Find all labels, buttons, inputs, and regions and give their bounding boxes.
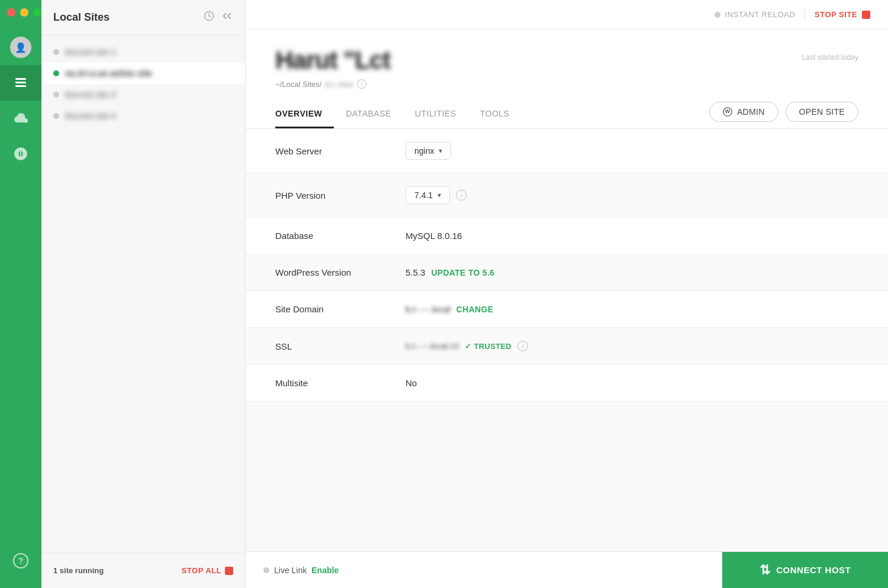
list-item[interactable]: blurred-site-1 (41, 41, 245, 63)
help-icon: ? (13, 553, 28, 568)
avatar: 👤 (10, 37, 31, 58)
trusted-label: TRUSTED (474, 342, 512, 351)
ssl-info-icon[interactable]: i (517, 341, 528, 351)
ssl-trusted-badge: ✓ TRUSTED (465, 342, 511, 351)
domain-label: Site Domain (275, 304, 406, 314)
sites-panel-title: Local Sites (53, 11, 110, 24)
webserver-label: Web Server (275, 146, 406, 156)
top-bar: INSTANT RELOAD STOP SITE (246, 0, 888, 30)
site-header: Harut "Lct ~/Local Sites/ b.t-.lntur i L… (246, 30, 888, 89)
path-value: b.t-.lntur (325, 80, 353, 89)
collapse-icon[interactable] (223, 11, 233, 24)
ssl-value: b.t-.---.local.crt ✓ TRUSTED i (406, 341, 528, 351)
site-name: blurred-site-3 (65, 90, 117, 99)
cloud-icon (13, 112, 28, 124)
site-name: nu.tri-n.ue active site (65, 69, 152, 78)
last-started: Last started today (802, 53, 858, 62)
svg-text:W: W (725, 108, 731, 114)
sidebar-item-avatar[interactable]: 👤 (0, 30, 41, 65)
php-version-selected: 7.4.1 (414, 190, 433, 200)
wp-update-link[interactable]: UPDATE TO 5.6 (431, 268, 494, 277)
database-text: MySQL 8.0.16 (406, 231, 462, 241)
php-info-icon[interactable]: i (456, 190, 466, 201)
wp-admin-icon: W (723, 107, 732, 117)
overview-row-ssl: SSL b.t-.---.local.crt ✓ TRUSTED i (246, 328, 888, 365)
list-item[interactable]: nu.tri-n.ue active site (41, 63, 245, 84)
site-status-dot (53, 49, 59, 55)
tab-actions: W ADMIN OPEN SITE (709, 102, 858, 128)
stop-all-label: STOP ALL (182, 566, 221, 575)
trusted-check-icon: ✓ (465, 342, 471, 351)
sites-icon (14, 76, 28, 90)
webserver-dropdown[interactable]: nginx ▾ (406, 142, 451, 160)
database-label: Database (275, 231, 406, 241)
overview-row-multisite: Multisite No (246, 365, 888, 402)
tab-database[interactable]: DATABASE (334, 101, 403, 128)
admin-label: ADMIN (737, 107, 765, 117)
ssl-cert-name: b.t-.---.local.crt (406, 341, 459, 351)
live-link-enable-button[interactable]: Enable (311, 566, 339, 575)
tab-tools[interactable]: TOOLS (468, 101, 522, 128)
php-label: PHP Version (275, 190, 406, 201)
overview-row-wp-version: WordPress Version 5.5.3 UPDATE TO 5.6 (246, 254, 888, 291)
icon-sidebar: 👤 ? (0, 0, 41, 588)
php-version-dropdown[interactable]: 7.4.1 ▾ (406, 186, 450, 204)
maximize-button[interactable] (33, 8, 41, 17)
sidebar-item-cloud[interactable] (0, 101, 41, 136)
domain-change-link[interactable]: CHANGE (456, 305, 493, 314)
stop-all-button[interactable]: STOP ALL (182, 566, 233, 575)
instant-reload-status-dot (715, 12, 720, 18)
ssl-label: SSL (275, 341, 406, 351)
sidebar-item-extensions[interactable] (0, 136, 41, 172)
connect-host-icon: ⇅ (760, 563, 771, 578)
sites-panel: Local Sites blurred-site-1 (41, 0, 246, 588)
admin-button[interactable]: W ADMIN (709, 102, 778, 122)
sites-list: blurred-site-1 nu.tri-n.ue active site b… (41, 35, 245, 553)
dropdown-arrow-icon: ▾ (437, 191, 441, 199)
sidebar-item-help[interactable]: ? (0, 543, 41, 579)
connect-host-label: CONNECT HOST (776, 565, 851, 575)
extensions-icon (13, 146, 28, 161)
minimize-button[interactable] (20, 8, 28, 17)
bottom-bar: Live Link Enable ⇅ CONNECT HOST (246, 551, 888, 588)
overview-content: Web Server nginx ▾ PHP Version 7.4.1 ▾ i… (246, 129, 888, 551)
history-icon[interactable] (204, 11, 214, 24)
overview-row-php: PHP Version 7.4.1 ▾ i (246, 173, 888, 218)
overview-row-database: Database MySQL 8.0.16 (246, 218, 888, 254)
domain-value: b.t-.---.local CHANGE (406, 304, 493, 314)
bottom-left: Live Link Enable (246, 566, 722, 575)
open-site-button[interactable]: OPEN SITE (786, 102, 858, 122)
running-count: 1 (53, 566, 57, 575)
list-item[interactable]: blurred-site-3 (41, 84, 245, 105)
stop-site-square-icon (862, 11, 870, 19)
sites-panel-actions (204, 11, 233, 24)
sidebar-item-sites[interactable] (0, 65, 41, 101)
tab-utilities[interactable]: UTILITIES (403, 101, 468, 128)
svg-rect-2 (15, 85, 26, 87)
php-value: 7.4.1 ▾ i (406, 186, 466, 204)
svg-rect-1 (15, 82, 26, 83)
stop-site-label: STOP SITE (815, 10, 857, 19)
site-title: Harut "Lct (275, 46, 390, 75)
sites-panel-header: Local Sites (41, 0, 245, 35)
site-status-dot (53, 113, 59, 119)
close-button[interactable] (7, 8, 15, 17)
webserver-selected: nginx (414, 146, 434, 156)
tab-overview[interactable]: OVERVIEW (275, 101, 334, 128)
list-item[interactable]: blurred-site-4 (41, 105, 245, 127)
svg-rect-0 (15, 78, 26, 80)
overview-row-domain: Site Domain b.t-.---.local CHANGE (246, 291, 888, 328)
running-status: 1 site running (53, 566, 104, 575)
tabs-area: OVERVIEW DATABASE UTILITIES TOOLS W ADMI… (246, 101, 888, 129)
stop-site-button[interactable]: STOP SITE (815, 10, 870, 19)
connect-host-button[interactable]: ⇅ CONNECT HOST (722, 552, 888, 588)
main-content: INSTANT RELOAD STOP SITE Harut "Lct ~/Lo… (246, 0, 888, 588)
site-path: ~/Local Sites/ b.t-.lntur i (275, 79, 390, 89)
site-status-dot (53, 70, 59, 76)
path-prefix: ~/Local Sites/ (275, 80, 321, 89)
site-status-dot (53, 92, 59, 98)
wp-version-number: 5.5.3 (406, 267, 425, 277)
path-info-icon[interactable]: i (357, 79, 366, 89)
database-value: MySQL 8.0.16 (406, 231, 462, 241)
instant-reload-label[interactable]: INSTANT RELOAD (725, 10, 795, 19)
